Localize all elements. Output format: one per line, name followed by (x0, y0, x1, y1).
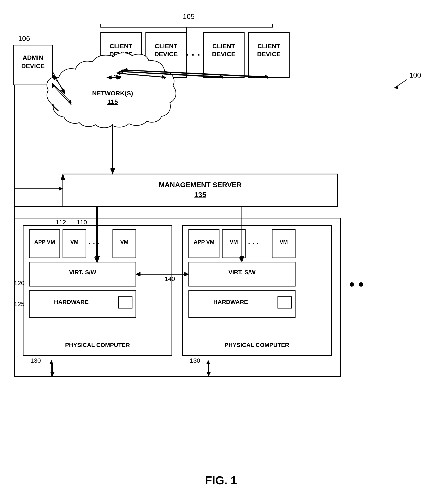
vm-2b-label: VM (280, 239, 288, 245)
svg-marker-35 (206, 372, 211, 376)
svg-marker-59 (110, 169, 115, 174)
mgmt-server-label: MANAGEMENT SERVER (159, 181, 242, 189)
ref-105: 105 (183, 12, 195, 20)
ref-106: 106 (18, 34, 30, 42)
physical-computer-2-label: PHYSICAL COMPUTER (224, 342, 289, 348)
client-device-dots: . . . (185, 46, 200, 58)
client-device-3-label2: DEVICE (212, 51, 236, 57)
vm-dots-2: . . . (248, 237, 258, 246)
network-ref: 115 (107, 98, 118, 105)
ref-130-right: 130 (190, 357, 200, 364)
app-vm-1-label: APP VM (34, 239, 55, 245)
client-device-2-label2: DEVICE (154, 51, 178, 57)
admin-device-label1: ADMIN (23, 54, 43, 61)
hardware-2-detail (278, 297, 292, 308)
vm-1a-label: VM (71, 239, 79, 245)
vm-1b-label: VM (120, 239, 129, 245)
client-device-3-label: CLIENT (212, 43, 235, 50)
ref-130-left: 130 (30, 357, 41, 364)
more-dots: • • (349, 276, 364, 292)
ref-100: 100 (409, 71, 421, 79)
client-device-2-label: CLIENT (155, 43, 177, 50)
hardware-1-label: HARDWARE (54, 299, 89, 305)
svg-marker-67 (206, 360, 210, 364)
network-cloud: NETWORK(S) 115 (47, 53, 176, 128)
client-device-4-label: CLIENT (258, 43, 280, 50)
diagram: 100 105 CLIENT DEVICE CLIENT DEVICE . . … (0, 0, 442, 504)
hardware-2-label: HARDWARE (213, 299, 248, 305)
ref-110: 110 (76, 219, 87, 226)
svg-marker-65 (49, 360, 54, 364)
client-device-1-label: CLIENT (110, 43, 132, 50)
virt-sw-2-label: VIRT. S/W (228, 269, 256, 275)
admin-device-label2: DEVICE (21, 62, 45, 69)
figure-label: FIG. 1 (205, 474, 237, 487)
management-server (63, 174, 338, 206)
ref-140: 140 (165, 275, 175, 282)
app-vm-2-label: APP VM (194, 239, 214, 245)
physical-computer-1-label: PHYSICAL COMPUTER (65, 342, 130, 348)
vm-2a-label: VM (230, 239, 238, 245)
ref-125: 125 (14, 300, 24, 307)
network-label1: NETWORK(S) (92, 90, 133, 97)
mgmt-server-ref: 135 (194, 191, 206, 198)
ref-112: 112 (55, 219, 66, 226)
hardware-1-detail (118, 297, 132, 308)
ref-120: 120 (14, 279, 24, 286)
virt-sw-1-label: VIRT. S/W (69, 269, 96, 275)
svg-marker-33 (50, 372, 55, 376)
svg-marker-71 (59, 187, 63, 191)
client-device-4-label2: DEVICE (257, 51, 280, 57)
